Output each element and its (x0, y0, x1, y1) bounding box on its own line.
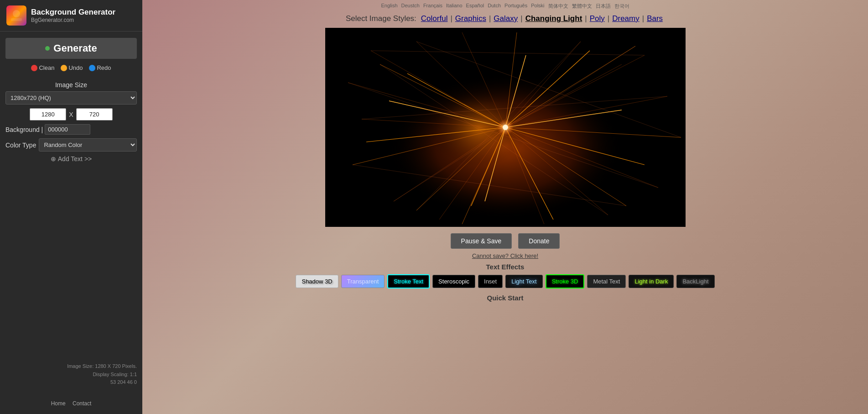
footer-image-size: Image Size: 1280 X 720 Pixels. (5, 362, 137, 371)
clean-label: Clean (39, 64, 54, 71)
lang-dutch[interactable]: Dutch (488, 3, 501, 10)
style-sep-3: | (520, 14, 522, 23)
background-row: Background | (5, 124, 137, 135)
style-changing-light[interactable]: Changing Light (525, 14, 582, 23)
undo-label: Undo (68, 64, 83, 71)
app-logo (6, 5, 26, 26)
size-select[interactable]: 1280x720 (HQ) 1920x1080 (FHD) 2560x1440 … (5, 91, 137, 105)
add-text-icon: ⊕ (51, 155, 56, 162)
style-sep-6: | (642, 14, 644, 23)
undo-icon (61, 65, 67, 71)
donate-button[interactable]: Donate (518, 233, 560, 249)
effects-row: Shadow 3D Transparent Stroke Text Steros… (296, 274, 714, 288)
background-color-input[interactable] (45, 124, 90, 135)
style-galaxy[interactable]: Galaxy (494, 14, 518, 23)
style-bar-label: Select Image Styles: (346, 14, 416, 23)
style-bars[interactable]: Bars (647, 14, 663, 23)
button-row: Pause & Save Donate (451, 233, 560, 249)
app-title: Background Generator (31, 8, 115, 17)
fx-stroke3d-button[interactable]: Stroke 3D (546, 274, 585, 288)
lang-portugues[interactable]: Português (504, 3, 527, 10)
clean-icon (31, 65, 37, 71)
generate-dot (45, 46, 50, 51)
footer-coords: 53 204 46 0 (5, 378, 137, 387)
width-input[interactable] (30, 108, 66, 121)
style-dreamy[interactable]: Dreamy (612, 14, 639, 23)
pause-save-button[interactable]: Pause & Save (451, 233, 512, 249)
sidebar-links: Home Contact (0, 400, 142, 407)
language-bar: English Deustch Français Italiano Españo… (142, 0, 868, 11)
color-type-row: Color Type Random Color Single Color Two… (5, 138, 137, 152)
fx-light-text-button[interactable]: Light Text (505, 275, 542, 288)
style-sep-4: | (585, 14, 587, 23)
fx-stroke-text-button[interactable]: Stroke Text (387, 274, 430, 288)
redo-icon (89, 65, 95, 71)
fx-steroscopic-button[interactable]: Steroscopic (432, 275, 475, 288)
dimension-separator: X (69, 111, 73, 118)
lang-traditional-chinese[interactable]: 繁體中文 (572, 3, 592, 10)
color-type-select[interactable]: Random Color Single Color Two Colors (39, 138, 137, 152)
fx-inset-button[interactable]: Inset (478, 275, 503, 288)
add-text-button[interactable]: ⊕ Add Text >> (51, 155, 92, 162)
sidebar-header: Background Generator BgGenerator.com (0, 0, 142, 31)
redo-button[interactable]: Redo (89, 64, 111, 71)
sidebar: Background Generator BgGenerator.com Gen… (0, 0, 142, 414)
background-label: Background | (5, 126, 43, 133)
action-row: Clean Undo Redo (0, 63, 142, 76)
sidebar-footer: Image Size: 1280 X 720 Pixels. Display S… (0, 362, 142, 387)
clean-button[interactable]: Clean (31, 64, 54, 71)
app-title-block: Background Generator BgGenerator.com (31, 8, 115, 23)
contact-link[interactable]: Contact (73, 400, 91, 407)
fx-light-in-dark-button[interactable]: Light in Dark (629, 275, 674, 288)
app-subtitle: BgGenerator.com (31, 17, 115, 23)
lang-deustch[interactable]: Deustch (401, 3, 420, 10)
style-sep-5: | (608, 14, 609, 23)
fx-metal-text-button[interactable]: Metal Text (587, 275, 626, 288)
background-canvas (325, 28, 686, 227)
generate-button[interactable]: Generate (5, 38, 137, 59)
main-content: English Deustch Français Italiano Españo… (142, 0, 868, 414)
style-bar: Select Image Styles: Colorful | Graphics… (142, 11, 868, 28)
lang-korean[interactable]: 한국어 (614, 3, 629, 10)
fx-transparent-button[interactable]: Transparent (341, 275, 385, 288)
add-text-label: Add Text >> (58, 155, 92, 162)
lang-polski[interactable]: Polski (531, 3, 544, 10)
svg-point-47 (503, 125, 508, 130)
footer-display: Display Scaling: 1:1 (5, 371, 137, 379)
lang-espanol[interactable]: Español (466, 3, 484, 10)
dimensions-row: X (5, 108, 137, 121)
generate-label: Generate (53, 42, 97, 54)
style-colorful[interactable]: Colorful (421, 14, 448, 23)
controls-bottom: Pause & Save Donate Cannot save? Click h… (142, 227, 868, 304)
lang-english[interactable]: English (381, 3, 397, 10)
text-effects-label: Text Effects (486, 263, 525, 271)
undo-button[interactable]: Undo (61, 64, 83, 71)
cannot-save-link[interactable]: Cannot save? Click here! (472, 252, 538, 259)
sidebar-controls: Image Size 1280x720 (HQ) 1920x1080 (FHD)… (0, 76, 142, 169)
svg-point-1 (13, 10, 20, 17)
lang-simplified-chinese[interactable]: 简体中文 (548, 3, 568, 10)
style-poly[interactable]: Poly (590, 14, 605, 23)
lang-italiano[interactable]: Italiano (446, 3, 462, 10)
quick-start-label: Quick Start (487, 294, 523, 302)
redo-label: Redo (97, 64, 111, 71)
home-link[interactable]: Home (51, 400, 66, 407)
style-graphics[interactable]: Graphics (455, 14, 486, 23)
fx-backlight-button[interactable]: BackLight (676, 275, 714, 288)
fx-shadow3d-button[interactable]: Shadow 3D (296, 275, 338, 288)
color-type-label: Color Type (5, 141, 36, 149)
lang-francais[interactable]: Français (423, 3, 442, 10)
svg-rect-2 (11, 18, 22, 21)
height-input[interactable] (76, 108, 113, 121)
canvas-area (142, 28, 868, 227)
lang-japanese[interactable]: 日本語 (596, 3, 611, 10)
style-sep-2: | (489, 14, 491, 23)
image-size-label: Image Size (5, 81, 137, 89)
style-sep-1: | (450, 14, 452, 23)
